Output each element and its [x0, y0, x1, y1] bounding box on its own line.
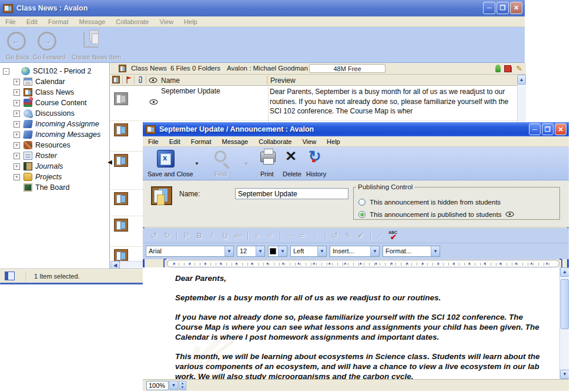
- menu-file[interactable]: File: [0, 17, 21, 26]
- history-icon[interactable]: ↻: [309, 148, 321, 165]
- menu-collaborate[interactable]: Collaborate: [110, 17, 154, 26]
- align-select[interactable]: Left ▼: [290, 246, 327, 257]
- flag-icon[interactable]: [125, 76, 132, 84]
- expand-box-icon[interactable]: +: [14, 121, 20, 128]
- titlebar[interactable]: Class News : Avalon ─ ❐ ✕: [0, 0, 525, 16]
- scrollbar-thumb[interactable]: [561, 279, 569, 329]
- expand-box-icon[interactable]: +: [14, 89, 20, 96]
- tree-root-sci102[interactable]: - SCI102 - Period 2: [0, 66, 109, 76]
- column-header-name[interactable]: Name: [161, 76, 180, 85]
- save-and-close-label[interactable]: Save and Close: [147, 170, 193, 177]
- insert-select[interactable]: Insert... ▼: [330, 246, 380, 257]
- close-button[interactable]: ✕: [510, 2, 522, 14]
- eye-icon[interactable]: [149, 78, 157, 83]
- pane-toggle-icon[interactable]: [5, 272, 15, 280]
- format-select[interactable]: Format... ▼: [383, 246, 440, 257]
- menu-message[interactable]: Message: [74, 17, 111, 26]
- menu-help[interactable]: Help: [179, 17, 203, 26]
- save-dropdown-icon[interactable]: ▼: [195, 161, 199, 166]
- go-forward-icon[interactable]: →: [38, 32, 56, 51]
- announcement-icon[interactable]: [114, 249, 128, 262]
- menu-message[interactable]: Message: [217, 137, 254, 146]
- splitter-collapse-icon[interactable]: ◀: [108, 159, 112, 165]
- sprout-icon[interactable]: [495, 65, 501, 72]
- name-field[interactable]: [235, 188, 348, 199]
- expand-box-icon[interactable]: +: [14, 174, 20, 180]
- menu-format[interactable]: Format: [43, 17, 74, 26]
- column-header-preview[interactable]: Preview: [270, 76, 296, 85]
- collapse-box-icon[interactable]: -: [3, 68, 9, 75]
- dropdown-arrow-icon[interactable]: ▼: [256, 246, 264, 256]
- font-select[interactable]: Arial ▼: [146, 246, 234, 257]
- dropdown-arrow-icon[interactable]: ▼: [278, 246, 287, 256]
- announcement-icon[interactable]: [114, 192, 128, 205]
- save-and-close-icon[interactable]: [157, 150, 175, 167]
- zoom-level[interactable]: 100%: [146, 381, 169, 390]
- sidebar-item-discussions[interactable]: + Discussions: [0, 108, 109, 119]
- delete-label[interactable]: Delete: [283, 170, 301, 177]
- sidebar-item-incoming-assignments[interactable]: + Incoming Assignme: [0, 119, 109, 129]
- announcement-body-editor[interactable]: Dear Parents, September is a busy month …: [143, 267, 569, 379]
- announcement-icon[interactable]: [114, 219, 128, 232]
- radio-unselected-icon[interactable]: [358, 199, 366, 206]
- menu-format[interactable]: Format: [186, 137, 217, 146]
- dropdown-arrow-icon[interactable]: ▼: [317, 246, 326, 256]
- scroll-down-icon[interactable]: ▼: [560, 370, 569, 379]
- sidebar-item-projects[interactable]: + Projects: [0, 172, 109, 182]
- font-size-select[interactable]: 12 ▼: [237, 246, 265, 257]
- minimize-button[interactable]: ─: [529, 123, 541, 135]
- layers-icon[interactable]: [507, 67, 512, 72]
- expand-box-icon[interactable]: +: [14, 132, 20, 138]
- item-type-column-icon[interactable]: [112, 76, 120, 83]
- expand-box-icon[interactable]: +: [14, 163, 20, 170]
- menu-edit[interactable]: Edit: [164, 137, 186, 146]
- close-button[interactable]: ✕: [555, 123, 566, 135]
- expand-box-icon[interactable]: +: [14, 100, 20, 106]
- delete-icon[interactable]: ✕: [285, 149, 297, 163]
- sidebar-item-calendar[interactable]: + Calendar: [0, 76, 109, 87]
- announcement-icon[interactable]: [114, 154, 128, 167]
- expand-box-icon[interactable]: +: [14, 142, 20, 149]
- menu-collaborate[interactable]: Collaborate: [253, 137, 297, 146]
- pencil-icon[interactable]: ✎: [516, 65, 524, 72]
- ruler[interactable]: ▲▲▲▲▲▲▲▲▲▲▲▲▲▲▲▲▲▲▲▲▲▲▲▲▲: [167, 260, 559, 267]
- menu-file[interactable]: File: [143, 137, 164, 146]
- list-row-preview[interactable]: Dear Parents, September is a busy month …: [270, 87, 515, 116]
- print-label[interactable]: Print: [260, 170, 274, 177]
- find-icon[interactable]: [214, 150, 226, 162]
- sidebar-item-course-content[interactable]: + Course Content: [0, 98, 109, 108]
- paperclip-icon[interactable]: [138, 76, 143, 84]
- expand-box-icon[interactable]: +: [14, 153, 20, 159]
- dropdown-arrow-icon[interactable]: ▼: [431, 246, 440, 256]
- sidebar-item-resources[interactable]: + Resources: [0, 140, 109, 150]
- menu-edit[interactable]: Edit: [21, 17, 43, 26]
- scroll-up-icon[interactable]: ▲: [517, 75, 526, 85]
- zoom-spinner[interactable]: ▲▼: [179, 381, 186, 390]
- sidebar-item-incoming-messages[interactable]: + Incoming Messages: [0, 129, 109, 140]
- scroll-up-icon[interactable]: ▲: [560, 267, 569, 277]
- sidebar-item-the-board[interactable]: The Board: [0, 182, 109, 193]
- sidebar-item-roster[interactable]: + Roster: [0, 150, 109, 161]
- menu-view[interactable]: View: [154, 17, 179, 26]
- history-label[interactable]: History: [306, 170, 326, 177]
- font-color-select[interactable]: ▼: [268, 246, 287, 257]
- list-row-name[interactable]: September Update: [161, 87, 220, 95]
- create-news-item-icon[interactable]: [83, 32, 99, 48]
- print-icon[interactable]: [260, 152, 276, 162]
- radio-selected-icon[interactable]: [358, 211, 366, 218]
- maximize-button[interactable]: ❐: [542, 123, 554, 135]
- dropdown-arrow-icon[interactable]: ▼: [370, 246, 379, 256]
- menu-view[interactable]: View: [297, 137, 321, 146]
- announcement-icon[interactable]: [114, 92, 128, 105]
- sidebar-item-journals[interactable]: + Journals: [0, 161, 109, 172]
- expand-box-icon[interactable]: +: [14, 79, 20, 85]
- radio-hidden-option[interactable]: This announcement is hidden from student…: [358, 199, 501, 206]
- go-back-icon[interactable]: ←: [7, 32, 26, 51]
- spell-check-icon[interactable]: ABC✔: [388, 230, 400, 241]
- zoom-dropdown-icon[interactable]: ▼: [169, 381, 178, 390]
- expand-box-icon[interactable]: +: [14, 110, 20, 117]
- dropdown-arrow-icon[interactable]: ▼: [224, 246, 233, 256]
- maximize-button[interactable]: ❐: [497, 2, 509, 14]
- announcement-icon[interactable]: [114, 123, 128, 136]
- menu-help[interactable]: Help: [321, 137, 346, 146]
